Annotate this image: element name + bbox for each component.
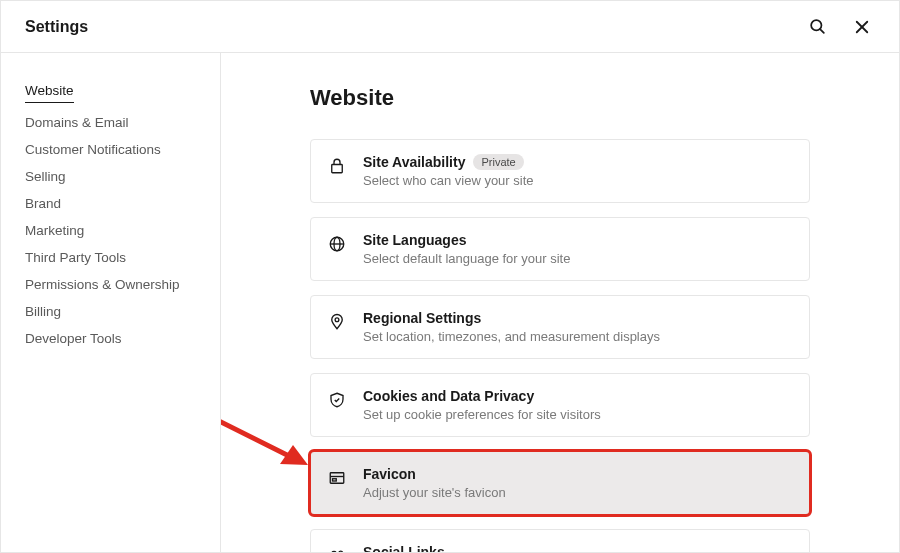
location-pin-icon — [327, 312, 347, 332]
card-subtitle: Set up cookie preferences for site visit… — [363, 407, 793, 422]
sidebar-item-billing[interactable]: Billing — [25, 298, 196, 325]
close-button[interactable] — [849, 14, 875, 40]
card-site-availability[interactable]: Site Availability Private Select who can… — [310, 139, 810, 203]
card-subtitle: Set location, timezones, and measurement… — [363, 329, 793, 344]
status-badge: Private — [473, 154, 523, 170]
sidebar-item-developer-tools[interactable]: Developer Tools — [25, 325, 196, 352]
card-favicon[interactable]: Favicon Adjust your site's favicon — [310, 451, 810, 515]
globe-icon — [327, 234, 347, 254]
content: Website Site Availability Private Select… — [310, 85, 810, 552]
svg-line-1 — [820, 29, 824, 33]
search-button[interactable] — [804, 13, 831, 40]
sidebar-item-website[interactable]: Website — [25, 77, 74, 103]
page-heading: Website — [310, 85, 810, 111]
card-subtitle: Adjust your site's favicon — [363, 485, 793, 500]
card-title: Site Languages — [363, 232, 793, 248]
sidebar-item-label: Customer Notifications — [25, 142, 161, 157]
sidebar-item-customer-notifications[interactable]: Customer Notifications — [25, 136, 196, 163]
search-icon — [808, 17, 827, 36]
card-subtitle: Select who can view your site — [363, 173, 793, 188]
topbar: Settings — [1, 1, 899, 53]
lock-icon — [327, 156, 347, 176]
sidebar-item-label: Brand — [25, 196, 61, 211]
topbar-title: Settings — [25, 18, 88, 36]
browser-window-icon — [327, 468, 347, 488]
sidebar-item-marketing[interactable]: Marketing — [25, 217, 196, 244]
card-title: Social Links — [363, 544, 793, 552]
sidebar-item-label: Permissions & Ownership — [25, 277, 180, 292]
close-icon — [853, 18, 871, 36]
card-cookies-privacy[interactable]: Cookies and Data Privacy Set up cookie p… — [310, 373, 810, 437]
sidebar-item-label: Selling — [25, 169, 66, 184]
sidebar-item-label: Third Party Tools — [25, 250, 126, 265]
sidebar-item-selling[interactable]: Selling — [25, 163, 196, 190]
topbar-actions — [804, 13, 875, 40]
people-icon — [327, 546, 347, 552]
sidebar-item-label: Website — [25, 83, 74, 98]
sidebar-item-label: Billing — [25, 304, 61, 319]
sidebar-item-third-party-tools[interactable]: Third Party Tools — [25, 244, 196, 271]
sidebar-item-domains-email[interactable]: Domains & Email — [25, 109, 196, 136]
svg-point-14 — [332, 552, 337, 553]
sidebar-item-brand[interactable]: Brand — [25, 190, 196, 217]
svg-rect-6 — [332, 165, 343, 173]
card-title: Site Availability — [363, 154, 465, 170]
svg-line-4 — [221, 414, 295, 459]
card-site-languages[interactable]: Site Languages Select default language f… — [310, 217, 810, 281]
svg-point-10 — [335, 318, 339, 322]
svg-point-15 — [339, 551, 343, 552]
sidebar-item-permissions-ownership[interactable]: Permissions & Ownership — [25, 271, 196, 298]
layout: Website Domains & Email Customer Notific… — [1, 53, 899, 552]
svg-marker-5 — [280, 445, 308, 465]
shield-icon — [327, 390, 347, 410]
card-subtitle: Select default language for your site — [363, 251, 793, 266]
card-title: Favicon — [363, 466, 793, 482]
card-title: Regional Settings — [363, 310, 793, 326]
svg-rect-13 — [333, 479, 337, 481]
annotation-arrow — [221, 409, 320, 479]
sidebar-item-label: Domains & Email — [25, 115, 129, 130]
card-social-links[interactable]: Social Links Add and manage social media… — [310, 529, 810, 552]
main: Website Site Availability Private Select… — [221, 53, 899, 552]
sidebar: Website Domains & Email Customer Notific… — [1, 53, 221, 552]
sidebar-item-label: Developer Tools — [25, 331, 122, 346]
card-regional-settings[interactable]: Regional Settings Set location, timezone… — [310, 295, 810, 359]
card-title: Cookies and Data Privacy — [363, 388, 793, 404]
sidebar-item-label: Marketing — [25, 223, 84, 238]
